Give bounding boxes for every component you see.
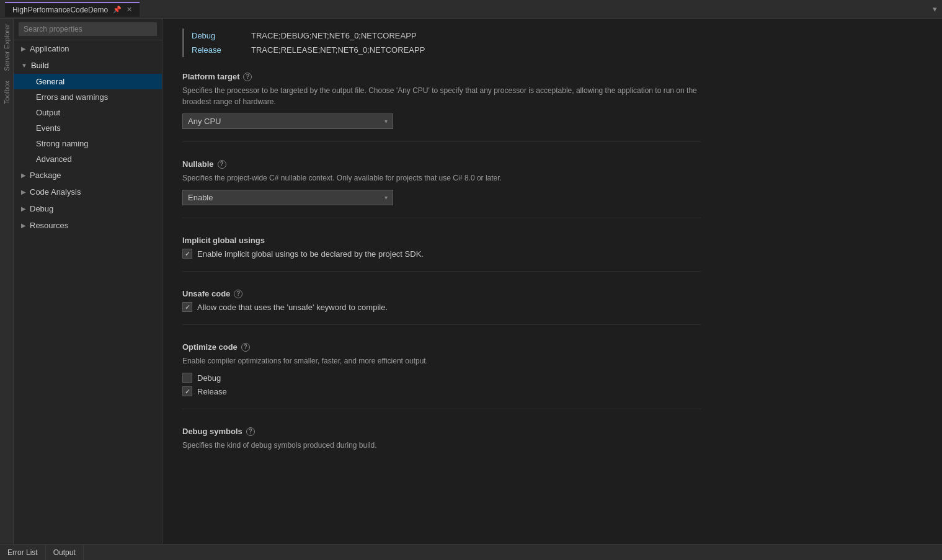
unsafe-code-checkbox-label: Allow code that uses the 'unsafe' keywor… [197,303,388,312]
arrow-icon-debug: ▶ [21,205,26,212]
unsafe-code-label: Unsafe code [182,289,230,298]
implicit-usings-checkbox[interactable] [182,249,192,259]
nav-item-debug[interactable]: ▶ Debug [14,200,162,217]
optimize-code-desc: Enable compiler optimizations for smalle… [182,355,701,367]
debug-symbols-desc: Specifies the kind of debug symbols prod… [182,440,701,451]
nav-sub-item-advanced[interactable]: Advanced [14,151,162,167]
settings-panel: Debug TRACE;DEBUG;NET;NET6_0;NETCOREAPP … [162,19,942,544]
debug-symbols-title: Debug symbols ? [182,427,701,436]
unsafe-code-checkbox[interactable] [182,302,192,312]
close-icon[interactable]: ✕ [127,6,132,14]
defines-row-release: Release TRACE;RELEASE;NET;NET6_0;NETCORE… [184,43,701,57]
platform-target-desc: Specifies the processor to be targeted b… [182,85,701,107]
nav-label-general: General [36,77,64,86]
main-container: Server Explorer Toolbox ▶ Application ▼ … [0,19,942,544]
title-tab-name: HighPerformanceCodeDemo [12,6,108,14]
toolbox-label[interactable]: Toolbox [3,76,11,109]
side-panel: Server Explorer Toolbox [0,19,14,544]
nav-label-package: Package [30,171,61,180]
nav-label-resources: Resources [30,221,68,230]
content-area: ▶ Application ▼ Build General Errors and… [14,19,942,544]
optimize-code-label: Optimize code [182,342,238,352]
nav-item-resources[interactable]: ▶ Resources [14,217,162,234]
nav-label-advanced: Advanced [36,154,72,164]
optimize-release-row: Release [182,386,701,396]
arrow-icon-package: ▶ [21,172,26,179]
optimize-release-label: Release [197,387,227,396]
unsafe-code-title: Unsafe code ? [182,289,701,298]
unsafe-code-section: Unsafe code ? Allow code that uses the '… [182,289,701,325]
error-list-label: Error List [7,548,38,557]
settings-content: Debug TRACE;DEBUG;NET;NET6_0;NETCOREAPP … [162,19,721,497]
debug-symbols-info-icon[interactable]: ? [246,427,255,436]
title-tab[interactable]: HighPerformanceCodeDemo 📌 ✕ [5,2,140,17]
nullable-title: Nullable ? [182,159,701,169]
debug-symbols-section: Debug symbols ? Specifies the kind of de… [182,427,701,469]
bottom-tab-output[interactable]: Output [46,544,84,560]
implicit-usings-label: Implicit global usings [182,236,265,245]
nullable-info-icon[interactable]: ? [218,160,226,169]
output-label: Output [53,548,76,557]
platform-target-value: Any CPU [188,117,221,126]
arrow-icon-build: ▼ [21,62,27,69]
implicit-usings-checkbox-row: Enable implicit global usings to be decl… [182,249,701,259]
nav-sub-item-strong-naming[interactable]: Strong naming [14,136,162,151]
defines-table: Debug TRACE;DEBUG;NET;NET6_0;NETCOREAPP … [182,29,701,57]
bottom-tabs: Error List Output [0,544,942,560]
bottom-tab-error-list[interactable]: Error List [0,544,46,560]
nav-sub-item-output[interactable]: Output [14,105,162,120]
pin-icon[interactable]: 📌 [113,6,122,14]
nav-tree: ▶ Application ▼ Build General Errors and… [14,19,162,544]
nav-label-code-analysis: Code Analysis [30,187,81,197]
arrow-icon-resources: ▶ [21,222,26,229]
implicit-usings-title: Implicit global usings [182,236,701,245]
platform-target-dropdown[interactable]: Any CPU ▾ [182,113,393,129]
nav-label-output: Output [36,108,60,117]
defines-config-release: Release [192,45,241,55]
optimize-code-section: Optimize code ? Enable compiler optimiza… [182,342,701,409]
nullable-section: Nullable ? Specifies the project-wide C#… [182,159,701,218]
nav-item-package[interactable]: ▶ Package [14,167,162,184]
nullable-label: Nullable [182,159,214,169]
defines-value-debug: TRACE;DEBUG;NET;NET6_0;NETCOREAPP [251,31,417,40]
arrow-icon: ▶ [21,45,26,52]
nullable-value: Enable [188,193,213,202]
optimize-release-checkbox[interactable] [182,386,192,396]
nav-label-debug: Debug [30,204,53,213]
unsafe-code-info-icon[interactable]: ? [234,290,242,298]
nullable-desc: Specifies the project-wide C# nullable c… [182,172,701,184]
nav-label-events: Events [36,123,61,133]
optimize-debug-row: Debug [182,373,701,383]
nullable-dropdown-arrow: ▾ [384,194,388,201]
defines-value-release: TRACE;RELEASE;NET;NET6_0;NETCOREAPP [251,45,425,55]
dropdown-icon[interactable]: ▾ [933,4,937,14]
nullable-dropdown[interactable]: Enable ▾ [182,190,393,205]
unsafe-code-checkbox-row: Allow code that uses the 'unsafe' keywor… [182,302,701,312]
nav-label-build: Build [31,61,49,70]
nav-item-application[interactable]: ▶ Application [14,40,162,57]
nav-item-build[interactable]: ▼ Build [14,57,162,74]
implicit-usings-section: Implicit global usings Enable implicit g… [182,236,701,272]
platform-target-info-icon[interactable]: ? [243,73,252,81]
nav-label-errors-warnings: Errors and warnings [36,92,108,102]
platform-target-label: Platform target [182,72,239,81]
implicit-usings-checkbox-label: Enable implicit global usings to be decl… [197,249,424,259]
title-bar: HighPerformanceCodeDemo 📌 ✕ ▾ [0,0,942,19]
search-box [14,19,162,40]
defines-row-debug: Debug TRACE;DEBUG;NET;NET6_0;NETCOREAPP [184,29,701,43]
nav-sub-item-general[interactable]: General [14,74,162,89]
nav-sub-item-errors-warnings[interactable]: Errors and warnings [14,89,162,105]
optimize-code-title: Optimize code ? [182,342,701,352]
optimize-code-info-icon[interactable]: ? [241,343,250,352]
nav-label-strong-naming: Strong naming [36,139,89,148]
server-explorer-label[interactable]: Server Explorer [3,19,11,76]
optimize-debug-checkbox[interactable] [182,373,192,383]
search-input[interactable] [19,22,157,36]
arrow-icon-code-analysis: ▶ [21,189,26,195]
defines-config-debug: Debug [192,31,241,40]
nav-sub-item-events[interactable]: Events [14,120,162,136]
nav-label-application: Application [30,44,69,53]
nav-item-code-analysis[interactable]: ▶ Code Analysis [14,184,162,200]
debug-symbols-label: Debug symbols [182,427,242,436]
platform-target-title: Platform target ? [182,72,701,81]
